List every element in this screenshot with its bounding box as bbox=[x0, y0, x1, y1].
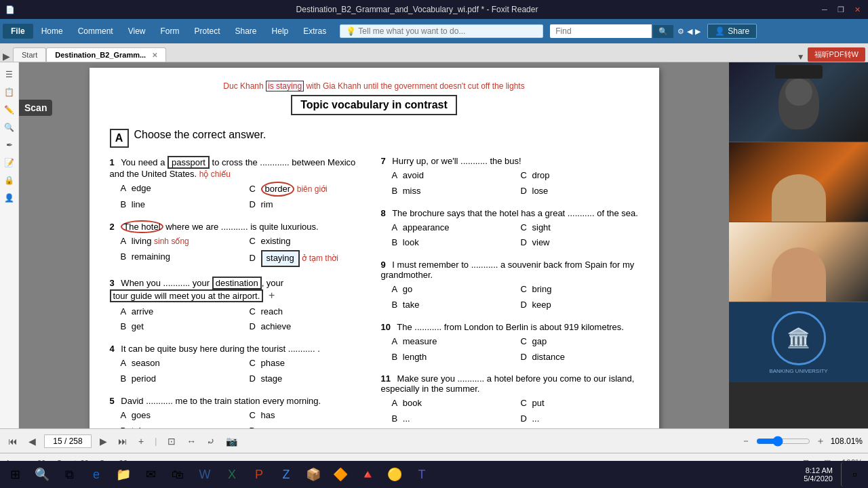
q4-option-a[interactable]: A season bbox=[121, 357, 239, 371]
start-button[interactable]: ⊞ bbox=[3, 462, 27, 487]
q10-option-a[interactable]: A measure bbox=[392, 335, 510, 349]
help-menu[interactable]: Help bbox=[265, 24, 296, 39]
q11-option-d[interactable]: D ... bbox=[521, 412, 639, 426]
q9-option-c[interactable]: C bring bbox=[521, 283, 639, 297]
zoom-out-button[interactable]: － bbox=[738, 434, 753, 449]
q7-option-b[interactable]: B miss bbox=[392, 184, 510, 199]
rotate-button[interactable]: ⤾ bbox=[204, 434, 218, 448]
tab-document[interactable]: Destination_B2_Gramm... ✕ bbox=[46, 47, 166, 62]
taskbar-ie[interactable]: e bbox=[84, 462, 108, 487]
q5-option-d[interactable]: D ... bbox=[250, 424, 368, 428]
first-page-button[interactable]: ⏮ bbox=[5, 434, 20, 448]
q4-option-c[interactable]: C phase bbox=[250, 357, 368, 371]
q10-option-c[interactable]: C gap bbox=[521, 335, 639, 349]
q4-option-b[interactable]: B period bbox=[121, 372, 239, 386]
page-input[interactable] bbox=[44, 434, 92, 448]
q3-option-c[interactable]: C reach bbox=[250, 305, 368, 319]
taskbar-vlc[interactable]: 🔺 bbox=[355, 462, 380, 487]
fit-width-button[interactable]: ↔ bbox=[184, 434, 199, 448]
q3-option-d[interactable]: D achieve bbox=[250, 320, 368, 334]
taskbar-app2[interactable]: 🔶 bbox=[328, 462, 353, 487]
q1-option-c[interactable]: C border biên giới bbox=[250, 182, 368, 197]
q8-option-c[interactable]: C sight bbox=[521, 221, 639, 235]
protect-menu[interactable]: Protect bbox=[188, 24, 227, 39]
extras-menu[interactable]: Extras bbox=[296, 24, 333, 39]
q1-option-a[interactable]: A edge bbox=[121, 182, 239, 197]
prev-page-button[interactable]: ◀ bbox=[26, 434, 39, 448]
taskbar-powerpoint[interactable]: P bbox=[247, 462, 271, 487]
q2-option-d[interactable]: D staying ở tạm thời bbox=[250, 250, 368, 267]
home-menu[interactable]: Home bbox=[35, 24, 70, 39]
q9-option-d[interactable]: D keep bbox=[521, 298, 639, 312]
toolbar-icon-3[interactable]: ✏️ bbox=[3, 103, 16, 117]
tab-close-button[interactable]: ✕ bbox=[152, 52, 157, 59]
minimize-button[interactable]: ─ bbox=[819, 4, 830, 15]
search-taskbar[interactable]: 🔍 bbox=[30, 462, 54, 487]
q1-option-b[interactable]: B line bbox=[121, 198, 239, 212]
file-menu[interactable]: File bbox=[3, 24, 33, 39]
q3-option-a[interactable]: A arrive bbox=[121, 305, 239, 319]
snapshot-button[interactable]: 📷 bbox=[223, 434, 240, 448]
share-button[interactable]: 👤Share bbox=[707, 24, 757, 39]
q7-option-d[interactable]: D lose bbox=[521, 184, 639, 199]
toolbar-icon-8[interactable]: 👤 bbox=[3, 191, 16, 205]
toolbar-icon-2[interactable]: 📋 bbox=[3, 85, 16, 99]
form-menu[interactable]: Form bbox=[154, 24, 186, 39]
q2-option-c[interactable]: C existing bbox=[250, 235, 368, 249]
tab-start[interactable]: Start bbox=[13, 47, 46, 62]
show-desktop[interactable]: ▫ bbox=[841, 462, 865, 487]
search-input[interactable] bbox=[550, 24, 652, 38]
comment-menu[interactable]: Comment bbox=[71, 24, 120, 39]
task-view[interactable]: ⧉ bbox=[57, 462, 81, 487]
share-menu[interactable]: Share bbox=[229, 24, 264, 39]
taskbar-teams[interactable]: T bbox=[410, 462, 434, 487]
search-button[interactable]: 🔍 bbox=[653, 25, 673, 38]
zoom-slider[interactable] bbox=[756, 436, 810, 447]
q7-option-a[interactable]: A avoid bbox=[392, 169, 510, 183]
q1-option-d[interactable]: D rim bbox=[250, 198, 368, 212]
taskbar-store[interactable]: 🛍 bbox=[165, 462, 190, 487]
fit-page-button[interactable]: ⊡ bbox=[165, 434, 178, 448]
q9-option-b[interactable]: B take bbox=[392, 298, 510, 312]
last-page-button[interactable]: ⏭ bbox=[115, 434, 130, 448]
q2-option-a[interactable]: A living sinh sống bbox=[121, 235, 239, 249]
q5-option-b[interactable]: B takes bbox=[121, 424, 239, 428]
sidebar-toggle[interactable]: ▶ bbox=[3, 51, 10, 62]
q4-option-d[interactable]: D stage bbox=[250, 372, 368, 386]
q8-option-a[interactable]: A appearance bbox=[392, 221, 510, 235]
toolbar-icon-4[interactable]: 🔍 bbox=[3, 121, 16, 134]
view-menu[interactable]: View bbox=[121, 24, 153, 39]
next-page-button[interactable]: ▶ bbox=[97, 434, 110, 448]
q10-option-d[interactable]: D distance bbox=[521, 350, 639, 365]
q11-option-a[interactable]: A book bbox=[392, 396, 510, 411]
toolbar-icon-7[interactable]: 🔒 bbox=[3, 174, 16, 187]
taskbar-app3[interactable]: 🟡 bbox=[382, 462, 407, 487]
q10-num: 10 bbox=[381, 322, 391, 332]
zoom-in-button[interactable]: ＋ bbox=[813, 434, 828, 449]
taskbar-app1[interactable]: 📦 bbox=[301, 462, 326, 487]
taskbar-explorer[interactable]: 📁 bbox=[111, 462, 136, 487]
q9-option-a[interactable]: A go bbox=[392, 283, 510, 297]
q3-option-b[interactable]: B get bbox=[121, 320, 239, 334]
taskbar-excel[interactable]: X bbox=[220, 462, 244, 487]
q2-option-b[interactable]: B remaining bbox=[121, 250, 239, 267]
add-page-button[interactable]: + bbox=[136, 434, 146, 448]
q5-option-a[interactable]: A goes bbox=[121, 409, 239, 423]
taskbar-word[interactable]: W bbox=[193, 462, 217, 487]
q8-option-b[interactable]: B look bbox=[392, 236, 510, 250]
q11-option-c[interactable]: C put bbox=[521, 396, 639, 411]
q8-option-d[interactable]: D view bbox=[521, 236, 639, 250]
restore-button[interactable]: ❒ bbox=[835, 4, 846, 15]
toolbar-icon-5[interactable]: ✒ bbox=[3, 138, 16, 152]
q5-option-c[interactable]: C has bbox=[250, 409, 368, 423]
taskbar-zoom[interactable]: Z bbox=[274, 462, 298, 487]
toolbar-icon-1[interactable]: ☰ bbox=[3, 68, 16, 81]
taskbar-time: 8:12 AM 5/4/2020 bbox=[804, 466, 838, 483]
tell-bar[interactable]: 💡 Tell me what you want to do... bbox=[340, 24, 543, 38]
taskbar-mail[interactable]: ✉ bbox=[138, 462, 163, 487]
close-button[interactable]: ✕ bbox=[852, 4, 863, 15]
q7-option-c[interactable]: C drop bbox=[521, 169, 639, 183]
q10-option-b[interactable]: B length bbox=[392, 350, 510, 365]
q11-option-b[interactable]: B ... bbox=[392, 412, 510, 426]
toolbar-icon-6[interactable]: 📝 bbox=[3, 156, 16, 169]
